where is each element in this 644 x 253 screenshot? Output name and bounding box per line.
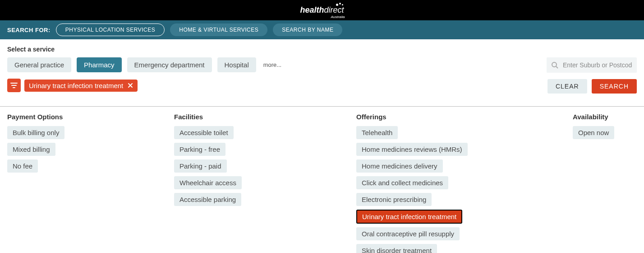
service-chip[interactable]: Hospital bbox=[217, 57, 256, 72]
service-row: General practicePharmacyEmergency depart… bbox=[7, 57, 281, 72]
filter-heading-offerings: Offerings bbox=[356, 113, 564, 121]
logo-text-region: Australia bbox=[331, 15, 345, 19]
filter-heading-facilities: Facilities bbox=[174, 113, 347, 121]
search-tab[interactable]: PHYSICAL LOCATION SERVICES bbox=[56, 23, 165, 36]
filter-chip-facilities[interactable]: Accessible parking bbox=[174, 193, 241, 206]
filter-chip-payment[interactable]: Mixed billing bbox=[7, 143, 55, 156]
more-services-link[interactable]: more... bbox=[262, 61, 281, 68]
filter-chip-offerings[interactable]: Electronic prescribing bbox=[356, 193, 432, 206]
filter-chip-offerings[interactable]: Click and collect medicines bbox=[356, 176, 448, 189]
applied-filter-row: Urinary tract infection treatment bbox=[7, 79, 281, 92]
filter-chip-facilities[interactable]: Accessible toilet bbox=[174, 126, 234, 139]
service-chip[interactable]: Emergency department bbox=[127, 57, 212, 72]
applied-filter-label: Urinary tract infection treatment bbox=[29, 82, 123, 89]
search-tab[interactable]: HOME & VIRTUAL SERVICES bbox=[170, 23, 267, 36]
filter-chip-facilities[interactable]: Wheelchair access bbox=[174, 176, 242, 189]
search-for-label: SEARCH FOR: bbox=[7, 27, 51, 33]
applied-filter-chip: Urinary tract infection treatment bbox=[24, 80, 138, 92]
top-header: healthdirect Australia bbox=[0, 0, 644, 20]
service-chip[interactable]: Pharmacy bbox=[77, 57, 122, 72]
filter-col-availability: Availability Open now bbox=[573, 113, 637, 253]
filters-grid: Payment Options Bulk billing onlyMixed b… bbox=[0, 107, 644, 253]
logo-text-health: health bbox=[300, 5, 324, 14]
clear-button[interactable]: CLEAR bbox=[547, 79, 587, 94]
svg-line-1 bbox=[556, 66, 558, 68]
filter-chip-payment[interactable]: Bulk billing only bbox=[7, 126, 64, 139]
top-row: General practicePharmacyEmergency depart… bbox=[7, 57, 637, 94]
filter-chip-payment[interactable]: No fee bbox=[7, 159, 38, 173]
right-controls: CLEAR SEARCH bbox=[547, 57, 637, 94]
select-service-label: Select a service bbox=[7, 46, 637, 53]
filter-lines-icon bbox=[10, 82, 18, 89]
filter-chip-offerings[interactable]: Home medicines reviews (HMRs) bbox=[356, 143, 468, 156]
remove-filter-icon[interactable] bbox=[128, 83, 133, 88]
search-type-bar: SEARCH FOR: PHYSICAL LOCATION SERVICESHO… bbox=[0, 20, 644, 39]
logo-text-direct: direct bbox=[324, 5, 344, 14]
suburb-input[interactable] bbox=[547, 57, 637, 73]
search-icon bbox=[551, 61, 558, 69]
logo-dots-icon bbox=[336, 3, 343, 6]
filter-chip-offerings[interactable]: Home medicines delivery bbox=[356, 159, 443, 173]
search-tab[interactable]: SEARCH BY NAME bbox=[273, 23, 342, 36]
search-button[interactable]: SEARCH bbox=[592, 79, 637, 94]
suburb-input-wrap bbox=[547, 57, 637, 73]
filter-chip-offerings[interactable]: Oral contraceptive pill resupply bbox=[356, 227, 460, 240]
action-row: CLEAR SEARCH bbox=[547, 79, 637, 94]
filter-chip-availability[interactable]: Open now bbox=[573, 126, 614, 139]
filter-heading-payment: Payment Options bbox=[7, 113, 165, 121]
logo: healthdirect Australia bbox=[300, 5, 344, 15]
filter-heading-availability: Availability bbox=[573, 113, 637, 121]
search-tabs-container: PHYSICAL LOCATION SERVICESHOME & VIRTUAL… bbox=[56, 23, 343, 36]
filter-chip-offerings[interactable]: Telehealth bbox=[356, 126, 398, 139]
filter-chip-facilities[interactable]: Parking - free bbox=[174, 143, 225, 156]
filter-chip-offerings[interactable]: Skin disorder treatment bbox=[356, 244, 437, 253]
filter-col-facilities: Facilities Accessible toiletParking - fr… bbox=[174, 113, 347, 253]
filter-chip-offerings[interactable]: Urinary tract infection treatment bbox=[356, 210, 462, 224]
filter-col-payment: Payment Options Bulk billing onlyMixed b… bbox=[7, 113, 165, 253]
svg-point-0 bbox=[552, 62, 557, 67]
filter-col-offerings: Offerings TelehealthHome medicines revie… bbox=[356, 113, 564, 253]
filter-toggle-button[interactable] bbox=[7, 79, 21, 92]
content-area: Select a service General practicePharmac… bbox=[0, 39, 644, 100]
service-chip[interactable]: General practice bbox=[7, 57, 71, 72]
filter-chip-facilities[interactable]: Parking - paid bbox=[174, 159, 227, 173]
